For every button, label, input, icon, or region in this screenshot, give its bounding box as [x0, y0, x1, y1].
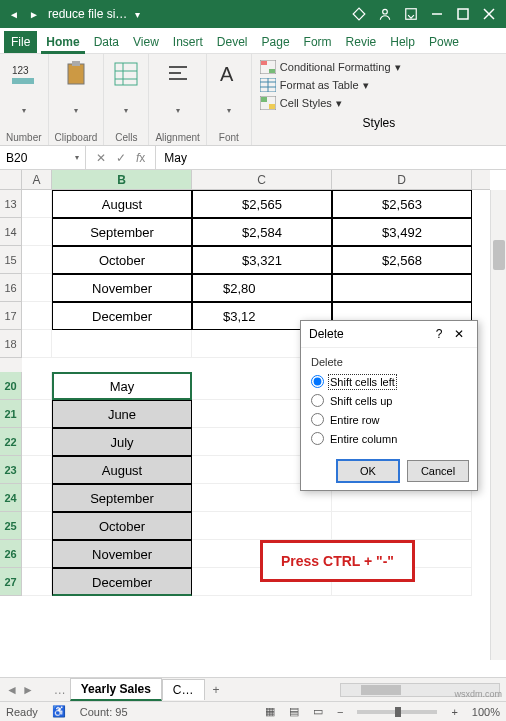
dropdown-icon[interactable]: ▾ — [75, 153, 79, 162]
maximize-icon[interactable] — [450, 0, 476, 28]
row-26[interactable]: 26 — [0, 540, 22, 568]
vertical-scrollbar[interactable] — [490, 190, 506, 660]
group-number[interactable]: 123 ▾ Number — [0, 54, 49, 145]
close-icon[interactable] — [476, 0, 502, 28]
col-A[interactable]: A — [22, 170, 52, 189]
cell[interactable]: $2,565 — [192, 190, 332, 218]
cell[interactable]: September — [52, 218, 192, 246]
radio[interactable] — [311, 432, 324, 445]
tab-developer[interactable]: Devel — [210, 31, 255, 53]
accessibility-icon[interactable]: ♿ — [52, 705, 66, 718]
row-20[interactable]: 20 — [0, 372, 22, 400]
cancel-button[interactable]: Cancel — [407, 460, 469, 482]
view-break-icon[interactable]: ▭ — [313, 705, 323, 718]
accept-formula-icon[interactable]: ✓ — [116, 151, 126, 165]
cell[interactable]: $2,80 — [192, 274, 332, 302]
add-sheet-icon[interactable]: + — [205, 683, 228, 697]
help-icon[interactable]: ? — [429, 327, 449, 341]
zoom-level[interactable]: 100% — [472, 706, 500, 718]
cell[interactable]: $2,568 — [332, 246, 472, 274]
radio[interactable] — [311, 375, 324, 388]
active-cell[interactable]: May — [52, 372, 192, 400]
col-B[interactable]: B — [52, 170, 192, 189]
zoom-in-icon[interactable]: + — [451, 706, 457, 718]
sheet-tab-next[interactable]: C… — [162, 679, 205, 700]
tab-insert[interactable]: Insert — [166, 31, 210, 53]
nav-back-icon[interactable]: ◄ — [4, 9, 24, 20]
scroll-thumb[interactable] — [361, 685, 401, 695]
radio[interactable] — [311, 413, 324, 426]
cell[interactable]: December — [52, 568, 192, 596]
opt-shift-left[interactable]: Shift cells left — [311, 372, 467, 391]
row-27[interactable]: 27 — [0, 568, 22, 596]
cell[interactable]: December — [52, 302, 192, 330]
cell[interactable]: $3,492 — [332, 218, 472, 246]
name-box[interactable]: B20 ▾ — [0, 146, 86, 169]
close-icon[interactable]: ✕ — [449, 327, 469, 341]
fx-icon[interactable]: fx — [136, 151, 145, 165]
tab-file[interactable]: File — [4, 31, 37, 53]
nav-fwd-icon[interactable]: ► — [24, 9, 44, 20]
row-14[interactable]: 14 — [0, 218, 22, 246]
column-headers[interactable]: A B C D — [22, 170, 490, 190]
row-15[interactable]: 15 — [0, 246, 22, 274]
row-headers[interactable]: 13 14 15 16 17 18 20 21 22 23 24 25 26 2… — [0, 190, 22, 596]
row-24[interactable]: 24 — [0, 484, 22, 512]
row-25[interactable]: 25 — [0, 512, 22, 540]
minimize-icon[interactable] — [424, 0, 450, 28]
cancel-formula-icon[interactable]: ✕ — [96, 151, 106, 165]
zoom-knob[interactable] — [395, 707, 401, 717]
conditional-formatting-button[interactable]: Conditional Formatting▾ — [260, 58, 498, 76]
group-alignment[interactable]: ▾ Alignment — [149, 54, 206, 145]
tab-review[interactable]: Revie — [339, 31, 384, 53]
cell[interactable]: November — [52, 540, 192, 568]
cell[interactable] — [52, 330, 192, 358]
zoom-out-icon[interactable]: − — [337, 706, 343, 718]
tab-view[interactable]: View — [126, 31, 166, 53]
row-22[interactable]: 22 — [0, 428, 22, 456]
zoom-slider[interactable] — [357, 710, 437, 714]
tab-power[interactable]: Powe — [422, 31, 466, 53]
view-page-icon[interactable]: ▤ — [289, 705, 299, 718]
group-font[interactable]: A ▾ Font — [207, 54, 252, 145]
row-13[interactable]: 13 — [0, 190, 22, 218]
col-C[interactable]: C — [192, 170, 332, 189]
cell[interactable]: August — [52, 190, 192, 218]
tab-home[interactable]: Home — [39, 31, 86, 53]
sheet-tab-active[interactable]: Yearly Sales — [70, 678, 162, 701]
ribbon-options-icon[interactable] — [398, 0, 424, 28]
view-normal-icon[interactable]: ▦ — [265, 705, 275, 718]
opt-entire-col[interactable]: Entire column — [311, 429, 467, 448]
tab-help[interactable]: Help — [383, 31, 422, 53]
radio[interactable] — [311, 394, 324, 407]
cell[interactable]: October — [52, 512, 192, 540]
user-icon[interactable] — [372, 0, 398, 28]
cell[interactable] — [332, 274, 472, 302]
cell[interactable]: July — [52, 428, 192, 456]
group-cells[interactable]: ▾ Cells — [104, 54, 149, 145]
opt-shift-up[interactable]: Shift cells up — [311, 391, 467, 410]
opt-entire-row[interactable]: Entire row — [311, 410, 467, 429]
cell[interactable]: $3,321 — [192, 246, 332, 274]
ok-button[interactable]: OK — [337, 460, 399, 482]
row-16[interactable]: 16 — [0, 274, 22, 302]
cell[interactable]: $2,563 — [332, 190, 472, 218]
cell[interactable]: September — [52, 484, 192, 512]
formula-input[interactable]: May — [156, 146, 506, 169]
premium-icon[interactable] — [346, 0, 372, 28]
tab-page[interactable]: Page — [255, 31, 297, 53]
cell[interactable]: June — [52, 400, 192, 428]
format-as-table-button[interactable]: Format as Table▾ — [260, 76, 498, 94]
cell[interactable]: November — [52, 274, 192, 302]
scroll-thumb[interactable] — [493, 240, 505, 270]
cell[interactable]: October — [52, 246, 192, 274]
sheet-nav-next-icon[interactable]: ► — [22, 683, 34, 697]
cell-styles-button[interactable]: Cell Styles▾ — [260, 94, 498, 112]
cell[interactable]: August — [52, 456, 192, 484]
row-21[interactable]: 21 — [0, 400, 22, 428]
title-dropdown-icon[interactable]: ▾ — [127, 9, 147, 20]
tab-data[interactable]: Data — [87, 31, 126, 53]
select-all-corner[interactable] — [0, 170, 22, 190]
sheet-nav-prev-icon[interactable]: ◄ — [6, 683, 18, 697]
row-23[interactable]: 23 — [0, 456, 22, 484]
